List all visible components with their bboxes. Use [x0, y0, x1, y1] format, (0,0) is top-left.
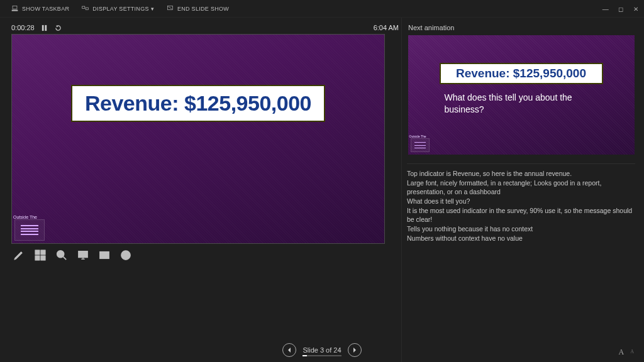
svg-line-13	[64, 257, 67, 260]
svg-point-22	[128, 255, 129, 256]
show-taskbar-label: SHOW TASKBAR	[22, 6, 69, 12]
svg-rect-7	[45, 25, 47, 30]
window-controls: — ◻ ✕	[601, 0, 640, 18]
topbar: SHOW TASKBAR DISPLAY SETTINGS ▾ END SLID…	[0, 0, 644, 18]
decrease-font-button[interactable]: A	[630, 349, 634, 358]
revenue-text: Revenue: $125,950,000	[85, 91, 311, 115]
clock-time: 6:04 AM	[374, 24, 399, 31]
notes-line: It is the most used indicator in the sur…	[407, 206, 633, 224]
svg-rect-6	[42, 25, 44, 30]
slide-logo-label: Outside The	[13, 215, 37, 219]
end-slide-show-button[interactable]: END SLIDE SHOW	[160, 3, 235, 14]
right-panel: Next animation Revenue: $125,950,000 Wha…	[401, 18, 644, 362]
presenter-view-root: SHOW TASKBAR DISPLAY SETTINGS ▾ END SLID…	[0, 0, 644, 362]
notes-line: Large font, nicely formatted, in a recta…	[407, 178, 633, 197]
svg-rect-18	[101, 256, 108, 258]
next-slide-button[interactable]	[348, 343, 362, 357]
restart-timer-icon[interactable]	[55, 24, 62, 31]
svg-point-21	[125, 255, 126, 256]
main-area: 0:00:28 6:04 AM Revenue: $125,950,000 Ou…	[0, 18, 644, 362]
svg-rect-10	[35, 256, 40, 260]
maximize-icon[interactable]: ◻	[616, 4, 625, 13]
subtitle-icon[interactable]	[98, 249, 111, 261]
svg-rect-2	[82, 6, 85, 8]
display-settings-label: DISPLAY SETTINGS ▾	[92, 6, 154, 12]
see-all-slides-icon[interactable]	[34, 249, 47, 261]
black-screen-icon[interactable]	[77, 249, 89, 261]
notes-font-size-controls: A A	[619, 348, 634, 357]
notes-line: Numbers without context have no value	[407, 234, 633, 243]
svg-point-20	[123, 255, 125, 256]
notes-line: Top indicator is Revenue, so here is the…	[407, 169, 633, 178]
next-revenue-box: Revenue: $125,950,000	[440, 63, 603, 84]
svg-rect-9	[41, 250, 45, 255]
bottom-nav: Slide 3 of 24	[0, 343, 644, 357]
svg-rect-17	[100, 252, 109, 259]
pause-timer-icon[interactable]	[41, 24, 48, 31]
next-slide-logo-icon	[411, 138, 430, 152]
svg-line-5	[169, 7, 172, 9]
next-slide-preview: Revenue: $125,950,000 What does this tel…	[408, 35, 635, 155]
svg-rect-11	[41, 256, 45, 260]
revenue-box: Revenue: $125,950,000	[71, 85, 325, 122]
increase-font-button[interactable]: A	[619, 348, 625, 357]
close-icon[interactable]: ✕	[631, 4, 640, 13]
timer-row: 0:00:28 6:04 AM	[11, 23, 399, 34]
more-options-icon[interactable]	[119, 249, 132, 261]
svg-point-12	[57, 251, 64, 258]
left-panel: 0:00:28 6:04 AM Revenue: $125,950,000 Ou…	[0, 18, 401, 362]
svg-rect-8	[35, 250, 40, 255]
pen-tool-icon[interactable]	[13, 249, 25, 261]
show-taskbar-button[interactable]: SHOW TASKBAR	[5, 3, 75, 14]
next-animation-label: Next animation	[407, 23, 635, 35]
elapsed-time: 0:00:28	[11, 24, 35, 31]
presenter-tools	[11, 244, 399, 266]
next-question-text: What does this tell you about the busine…	[445, 92, 609, 116]
notes-line: Tells you nothing because it has no cont…	[407, 224, 633, 234]
svg-rect-0	[12, 10, 18, 11]
svg-rect-3	[86, 8, 88, 9]
slide-counter[interactable]: Slide 3 of 24	[303, 346, 341, 354]
minimize-icon[interactable]: —	[601, 4, 610, 13]
display-settings-button[interactable]: DISPLAY SETTINGS ▾	[75, 3, 160, 14]
next-revenue-text: Revenue: $125,950,000	[456, 67, 586, 80]
svg-rect-1	[13, 6, 17, 9]
slide-logo-icon	[14, 219, 45, 241]
current-slide: Revenue: $125,950,000 Outside The	[11, 34, 385, 244]
end-slide-show-label: END SLIDE SHOW	[177, 6, 229, 12]
svg-rect-14	[79, 251, 87, 258]
zoom-tool-icon[interactable]	[55, 249, 68, 261]
prev-slide-button[interactable]	[282, 343, 296, 357]
notes-line: What does it tell you?	[407, 197, 633, 206]
speaker-notes[interactable]: Top indicator is Revenue, so here is the…	[407, 163, 635, 289]
